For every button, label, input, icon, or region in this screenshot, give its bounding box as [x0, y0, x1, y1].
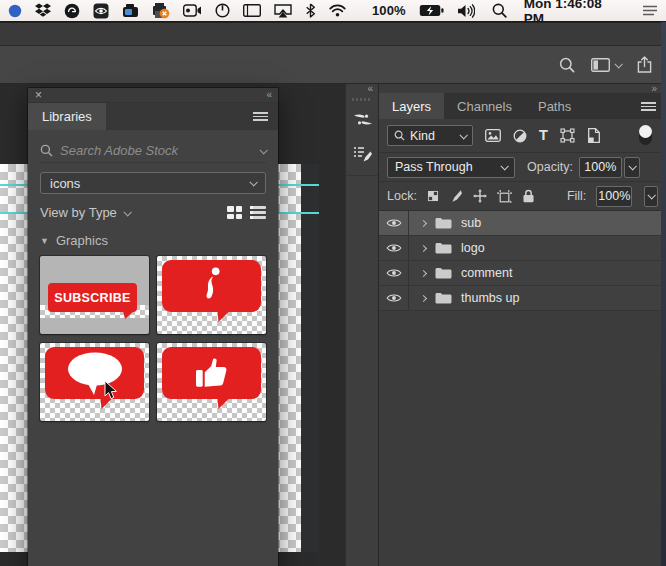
tab-paths[interactable]: Paths [525, 93, 584, 119]
speech-bubble [162, 347, 261, 399]
workspace-switcher[interactable] [591, 58, 621, 72]
bubble-tail [214, 398, 229, 409]
battery-icon[interactable] [419, 3, 444, 19]
library-item-thumbs-up[interactable] [157, 343, 266, 421]
filter-adjustment-layer-icon[interactable] [513, 129, 527, 143]
layer-row-logo[interactable]: logo [379, 236, 666, 261]
collapse-panels-control[interactable]: » [379, 84, 666, 93]
photoshop-title-bar [0, 22, 666, 46]
opacity-value-field[interactable]: 100% [579, 157, 622, 178]
desktop-edge [661, 22, 666, 566]
group-folder-icon [435, 292, 452, 304]
expand-panels-control[interactable]: « [346, 84, 378, 94]
fill-dropdown-button[interactable] [644, 186, 658, 207]
expand-group-icon[interactable] [420, 244, 427, 251]
group-folder-icon [435, 267, 452, 279]
display-icon[interactable] [243, 3, 261, 19]
close-icon[interactable]: × [35, 89, 42, 101]
lock-image-pixels-icon[interactable] [449, 189, 463, 203]
blend-mode-value: Pass Through [395, 160, 501, 174]
panel-menu-icon[interactable] [253, 112, 268, 121]
video-camera-icon[interactable] [183, 3, 202, 19]
lock-transparent-pixels-icon[interactable] [427, 190, 439, 202]
layers-list: sub logo [379, 210, 666, 311]
lock-all-icon[interactable] [522, 189, 535, 203]
chevron-down-icon [249, 178, 257, 186]
printer-error-icon[interactable] [152, 3, 170, 19]
layer-name: sub [461, 216, 481, 230]
view-by-type-label[interactable]: View by Type [40, 205, 117, 220]
graphics-grid: SUBSCRIBE [40, 256, 266, 421]
creative-cloud-icon[interactable] [64, 3, 80, 19]
airplay-icon[interactable] [274, 3, 292, 19]
fill-label: Fill: [567, 189, 586, 203]
bluetooth-icon[interactable] [305, 3, 316, 19]
filter-shape-layer-icon[interactable] [560, 128, 575, 143]
libraries-panel: × « Libraries Search Adobe Stock icons V… [28, 88, 278, 566]
visibility-eye-icon[interactable] [379, 286, 409, 310]
library-item-logo[interactable] [157, 256, 266, 334]
library-item-comment[interactable] [40, 343, 149, 421]
brushes-panel-icon[interactable] [346, 105, 379, 135]
expand-group-icon[interactable] [420, 269, 427, 276]
toggl-icon[interactable] [215, 3, 230, 19]
grid-view-icon[interactable] [227, 206, 242, 219]
visibility-eye-icon[interactable] [379, 236, 409, 260]
panel-menu-icon[interactable] [641, 102, 656, 111]
search-icon[interactable] [559, 57, 575, 73]
kind-filter-select[interactable]: Kind [387, 125, 473, 146]
chevron-down-icon [614, 60, 622, 68]
chevron-down-icon [123, 208, 131, 216]
share-icon[interactable] [637, 57, 652, 73]
search-adobe-stock-field[interactable]: Search Adobe Stock [40, 139, 266, 163]
layer-name: logo [461, 241, 485, 255]
camera-icon[interactable] [122, 3, 139, 19]
visibility-eye-icon[interactable] [379, 211, 409, 235]
library-item-subscribe[interactable]: SUBSCRIBE [40, 256, 149, 334]
dropbox-icon[interactable] [35, 3, 51, 19]
chevron-down-icon [459, 131, 467, 139]
chevron-down-icon [259, 146, 267, 154]
volume-icon[interactable] [457, 3, 475, 19]
blue-dot-icon[interactable] [8, 3, 22, 19]
spotlight-icon[interactable] [492, 3, 507, 19]
filter-toggle-switch[interactable] [639, 126, 652, 145]
list-view-icon[interactable] [250, 206, 266, 219]
layer-name: comment [461, 266, 512, 280]
fill-value-field[interactable]: 100% [596, 186, 632, 207]
collapse-panel-icon[interactable]: « [266, 90, 271, 100]
lock-artboard-icon[interactable] [497, 190, 512, 203]
libraries-content: Search Adobe Stock icons View by Type ▼ … [28, 130, 278, 421]
wifi-icon[interactable] [329, 3, 346, 19]
brush-settings-panel-icon[interactable] [346, 139, 379, 169]
filter-type-layer-icon[interactable]: T [539, 128, 548, 143]
notification-center-icon[interactable] [642, 3, 658, 19]
tab-channels[interactable]: Channels [444, 93, 525, 119]
layer-row-thumbs-up[interactable]: thumbs up [379, 286, 666, 311]
graphics-section-header[interactable]: ▼ Graphics [40, 233, 266, 248]
search-icon [394, 130, 405, 141]
filter-smart-object-icon[interactable] [587, 128, 600, 143]
library-select[interactable]: icons [40, 172, 266, 194]
blend-mode-select[interactable]: Pass Through [387, 157, 515, 178]
fill-value: 100% [598, 189, 630, 203]
bubble-tail [214, 311, 229, 322]
filter-pixel-layer-icon[interactable] [485, 129, 501, 142]
panel-drag-dots[interactable] [352, 98, 372, 101]
speech-bubble [45, 347, 144, 399]
layer-filter-row: Kind T [379, 119, 666, 152]
thumbs-up-icon [194, 357, 230, 389]
opacity-dropdown-button[interactable] [624, 157, 640, 178]
tab-layers[interactable]: Layers [379, 93, 444, 119]
visibility-eye-icon[interactable] [379, 261, 409, 285]
expand-group-icon[interactable] [420, 219, 427, 226]
search-icon [40, 144, 53, 157]
expand-group-icon[interactable] [420, 294, 427, 301]
chevron-down-icon [648, 191, 656, 199]
eagle-eye-icon[interactable] [93, 3, 109, 19]
lock-position-icon[interactable] [473, 189, 487, 203]
libraries-tab-bar: Libraries [28, 103, 278, 130]
tab-libraries[interactable]: Libraries [28, 103, 106, 130]
layer-row-sub[interactable]: sub [379, 211, 666, 236]
layer-row-comment[interactable]: comment [379, 261, 666, 286]
